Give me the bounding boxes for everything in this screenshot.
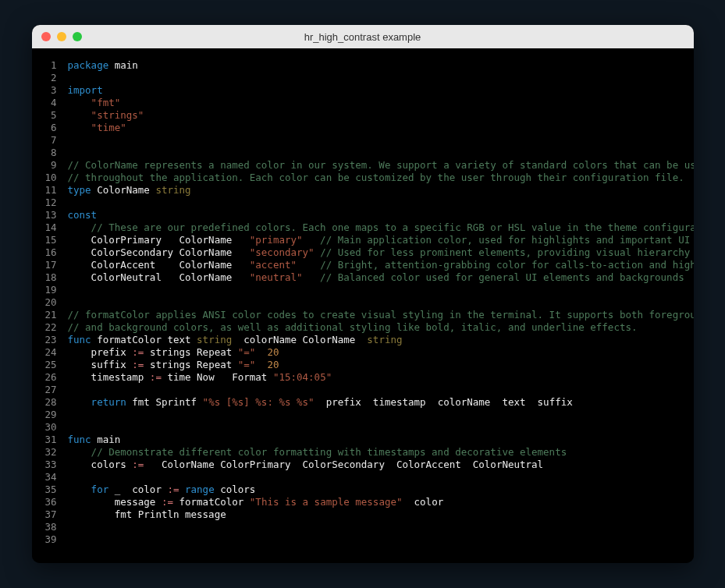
- code-line[interactable]: 31func main: [32, 434, 683, 446]
- code-line[interactable]: 15 ColorPrimary ColorName "primary" // M…: [32, 234, 683, 246]
- line-number: 29: [32, 409, 68, 421]
- line-number: 36: [32, 496, 68, 508]
- code-content[interactable]: "strings": [68, 109, 683, 122]
- code-content[interactable]: ColorAccent ColorName "accent" // Bright…: [68, 259, 694, 271]
- code-line[interactable]: 6 "time": [32, 122, 683, 134]
- line-number: 39: [32, 533, 68, 546]
- line-number: 28: [32, 396, 68, 409]
- code-line[interactable]: 30: [32, 421, 683, 434]
- code-content[interactable]: // These are our predefined colors. Each…: [68, 221, 694, 234]
- code-line[interactable]: 32 // Demonstrate different color format…: [32, 446, 683, 459]
- code-line[interactable]: 25 suffix := strings Repeat "=" 20: [32, 359, 683, 371]
- code-line[interactable]: 28 return fmt Sprintf "%s [%s] %s: %s %s…: [32, 396, 683, 409]
- line-number: 19: [32, 284, 68, 296]
- code-line[interactable]: 7: [32, 134, 683, 147]
- line-number: 21: [32, 309, 68, 321]
- code-content[interactable]: [68, 296, 683, 309]
- code-line[interactable]: 16 ColorSecondary ColorName "secondary" …: [32, 246, 683, 259]
- line-number: 32: [32, 446, 68, 459]
- code-line[interactable]: 29: [32, 409, 683, 421]
- code-line[interactable]: 23func formatColor text string colorName…: [32, 334, 683, 346]
- code-content[interactable]: "fmt": [68, 97, 683, 109]
- code-content[interactable]: // throughout the application. Each colo…: [68, 172, 684, 184]
- code-line[interactable]: 34: [32, 471, 683, 484]
- code-line[interactable]: 33 colors := ColorName ColorPrimary Colo…: [32, 459, 683, 471]
- code-content[interactable]: return fmt Sprintf "%s [%s] %s: %s %s" p…: [68, 396, 683, 409]
- code-line[interactable]: 1package main: [32, 59, 683, 72]
- code-content[interactable]: ColorPrimary ColorName "primary" // Main…: [68, 234, 694, 246]
- code-line[interactable]: 38: [32, 521, 683, 533]
- code-content[interactable]: ColorSecondary ColorName "secondary" // …: [68, 246, 691, 259]
- code-content[interactable]: [68, 147, 683, 159]
- code-line[interactable]: 5 "strings": [32, 109, 683, 122]
- code-content[interactable]: message := formatColor "This is a sample…: [68, 496, 683, 508]
- code-line[interactable]: 18 ColorNeutral ColorName "neutral" // B…: [32, 271, 683, 284]
- code-line[interactable]: 24 prefix := strings Repeat "=" 20: [32, 346, 683, 359]
- close-icon[interactable]: [41, 32, 51, 41]
- code-line[interactable]: 26 timestamp := time Now Format "15:04:0…: [32, 371, 683, 384]
- code-content[interactable]: [68, 471, 683, 484]
- code-content[interactable]: fmt Println message: [68, 508, 683, 521]
- line-number: 12: [32, 197, 68, 209]
- code-line[interactable]: 21// formatColor applies ANSI color code…: [32, 309, 683, 321]
- code-line[interactable]: 4 "fmt": [32, 97, 683, 109]
- code-content[interactable]: // ColorName represents a named color in…: [68, 159, 694, 172]
- code-content[interactable]: suffix := strings Repeat "=" 20: [68, 359, 683, 371]
- code-content[interactable]: "time": [68, 122, 683, 134]
- code-content[interactable]: [68, 72, 683, 84]
- code-content[interactable]: // Demonstrate different color formattin…: [68, 446, 683, 459]
- code-line[interactable]: 36 message := formatColor "This is a sam…: [32, 496, 683, 508]
- code-content[interactable]: // and background colors, as well as add…: [68, 321, 683, 334]
- code-line[interactable]: 9// ColorName represents a named color i…: [32, 159, 683, 172]
- code-line[interactable]: 37 fmt Println message: [32, 508, 683, 521]
- code-content[interactable]: [68, 533, 683, 546]
- code-editor[interactable]: 1package main2 3import4 "fmt"5 "strings"…: [32, 48, 694, 563]
- code-content[interactable]: timestamp := time Now Format "15:04:05": [68, 371, 683, 384]
- code-content[interactable]: [68, 421, 683, 434]
- code-line[interactable]: 35 for _ color := range colors: [32, 484, 683, 496]
- code-content[interactable]: type ColorName string: [68, 184, 683, 197]
- code-line[interactable]: 11type ColorName string: [32, 184, 683, 197]
- code-line[interactable]: 22// and background colors, as well as a…: [32, 321, 683, 334]
- code-line[interactable]: 10// throughout the application. Each co…: [32, 172, 683, 184]
- code-content[interactable]: colors := ColorName ColorPrimary ColorSe…: [68, 459, 683, 471]
- code-line[interactable]: 2: [32, 72, 683, 84]
- code-line[interactable]: 12: [32, 197, 683, 209]
- code-content[interactable]: [68, 384, 683, 396]
- line-number: 38: [32, 521, 68, 533]
- line-number: 30: [32, 421, 68, 434]
- code-line[interactable]: 19: [32, 284, 683, 296]
- line-number: 23: [32, 334, 68, 346]
- code-content[interactable]: [68, 134, 683, 147]
- line-number: 10: [32, 172, 68, 184]
- code-content[interactable]: ColorNeutral ColorName "neutral" // Bala…: [68, 271, 684, 284]
- editor-window: hr_high_contrast example 1package main2 …: [32, 25, 694, 563]
- code-line[interactable]: 39: [32, 533, 683, 546]
- line-number: 13: [32, 209, 68, 221]
- code-content[interactable]: for _ color := range colors: [68, 484, 683, 496]
- code-line[interactable]: 27: [32, 384, 683, 396]
- code-content[interactable]: const: [68, 209, 683, 221]
- code-content[interactable]: [68, 409, 683, 421]
- code-content[interactable]: [68, 521, 683, 533]
- code-content[interactable]: func formatColor text string colorName C…: [68, 334, 683, 346]
- code-line[interactable]: 13const: [32, 209, 683, 221]
- code-content[interactable]: prefix := strings Repeat "=" 20: [68, 346, 683, 359]
- code-content[interactable]: // formatColor applies ANSI color codes …: [68, 309, 694, 321]
- code-content[interactable]: package main: [68, 59, 683, 72]
- code-line[interactable]: 17 ColorAccent ColorName "accent" // Bri…: [32, 259, 683, 271]
- code-line[interactable]: 3import: [32, 84, 683, 97]
- code-line[interactable]: 14 // These are our predefined colors. E…: [32, 221, 683, 234]
- code-content[interactable]: import: [68, 84, 683, 97]
- line-number: 35: [32, 484, 68, 496]
- code-content[interactable]: [68, 284, 683, 296]
- code-content[interactable]: func main: [68, 434, 683, 446]
- code-line[interactable]: 20: [32, 296, 683, 309]
- zoom-icon[interactable]: [73, 32, 82, 41]
- code-content[interactable]: [68, 197, 683, 209]
- line-number: 3: [32, 84, 68, 97]
- line-number: 2: [32, 72, 68, 84]
- code-line[interactable]: 8: [32, 147, 683, 159]
- minimize-icon[interactable]: [57, 32, 66, 41]
- line-number: 31: [32, 434, 68, 446]
